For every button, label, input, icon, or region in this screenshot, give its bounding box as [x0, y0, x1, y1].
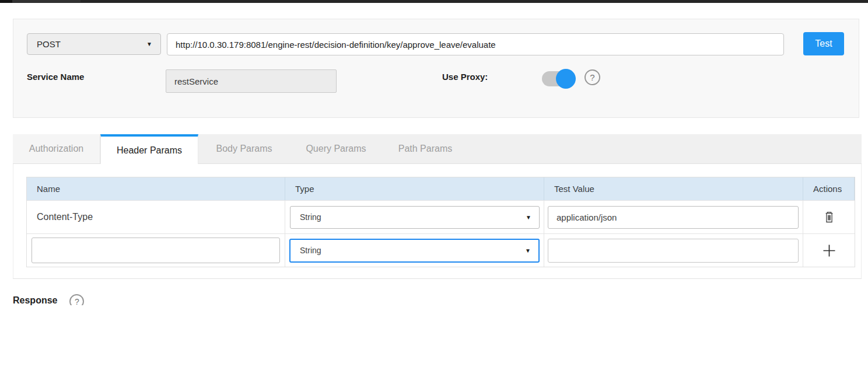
chevron-down-icon: ▼: [525, 247, 531, 254]
use-proxy-toggle[interactable]: [542, 69, 590, 89]
column-header-actions: Actions: [803, 177, 855, 200]
test-button[interactable]: Test: [803, 32, 844, 55]
toggle-knob: [556, 69, 576, 89]
new-param-type-value: String: [300, 246, 321, 255]
table-row-1-type-cell: String ▼: [285, 200, 544, 233]
param-name-text: Content-Type: [27, 212, 93, 222]
tab-path-params[interactable]: Path Params: [382, 134, 468, 163]
param-type-select[interactable]: String ▼: [290, 206, 540, 229]
table-row-1-test-value-cell: [544, 200, 803, 233]
tab-query-params[interactable]: Query Params: [290, 134, 382, 163]
new-param-type-select[interactable]: String ▼: [289, 239, 540, 263]
tab-header-params[interactable]: Header Params: [100, 134, 198, 164]
table-row-2-type-cell: String ▼: [285, 233, 544, 267]
param-test-value-input[interactable]: [548, 206, 799, 229]
add-row-button[interactable]: [819, 240, 839, 261]
table-row-2-actions-cell: [803, 233, 855, 267]
header-params-panel: Name Type Test Value Actions Content-Typ…: [13, 164, 862, 279]
new-param-name-input[interactable]: [32, 238, 280, 263]
use-proxy-label: Use Proxy:: [442, 72, 488, 82]
response-help-icon[interactable]: ?: [69, 294, 84, 305]
response-section: Response ?: [13, 292, 200, 305]
column-header-name: Name: [27, 177, 285, 200]
top-bar-segment: [0, 0, 12, 3]
chevron-down-icon: ▼: [526, 214, 531, 221]
request-url-input[interactable]: [167, 33, 784, 55]
tab-authorization[interactable]: Authorization: [13, 134, 100, 163]
http-method-select[interactable]: POST ▼: [27, 33, 161, 55]
table-row-1-actions-cell: [803, 200, 855, 233]
column-header-type: Type: [285, 177, 544, 200]
new-param-test-value-input[interactable]: [548, 239, 799, 263]
response-label: Response: [13, 295, 57, 305]
request-config-panel: POST ▼ Test Service Name Use Proxy: ?: [13, 19, 859, 118]
params-tab-bar: Authorization Header Params Body Params …: [13, 134, 862, 164]
top-dark-bar: [0, 0, 868, 3]
service-name-label: Service Name: [27, 72, 84, 82]
table-row-2-name-cell: [27, 233, 285, 267]
param-type-value: String: [300, 212, 321, 222]
column-header-test-value: Test Value: [544, 177, 803, 200]
header-params-table: Name Type Test Value Actions Content-Typ…: [26, 177, 855, 267]
proxy-help-icon[interactable]: ?: [584, 69, 600, 85]
table-row-2-test-value-cell: [544, 233, 803, 267]
plus-icon: [821, 243, 837, 259]
trash-icon: [823, 211, 835, 224]
chevron-down-icon: ▼: [146, 41, 152, 47]
service-name-input[interactable]: [166, 69, 337, 93]
table-row-1-name-cell: Content-Type: [27, 200, 285, 233]
delete-row-button[interactable]: [821, 208, 838, 226]
top-bar-segment: [12, 0, 80, 2]
http-method-value: POST: [37, 39, 61, 49]
tab-body-params[interactable]: Body Params: [198, 134, 290, 163]
